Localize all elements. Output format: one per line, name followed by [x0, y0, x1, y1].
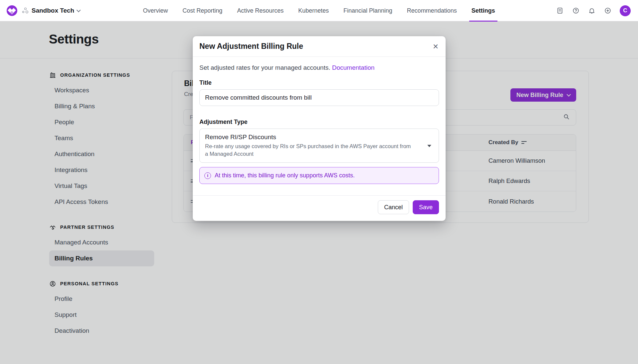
modal-title: New Adjustment Billing Rule: [199, 42, 303, 51]
new-adjustment-billing-rule-modal: New Adjustment Billing Rule × Set adjust…: [193, 36, 446, 221]
add-icon[interactable]: [604, 7, 612, 15]
cancel-button[interactable]: Cancel: [378, 200, 409, 214]
info-banner: i At this time, this billing rule only s…: [199, 167, 439, 184]
caret-down-icon: [427, 145, 431, 147]
main-content: Settings ORGANIZATION SETTINGS Workspace…: [0, 21, 638, 364]
nav-item-active-resources[interactable]: Active Resources: [237, 0, 283, 21]
info-banner-text: At this time, this billing rule only sup…: [215, 172, 355, 179]
nav-item-financial-planning[interactable]: Financial Planning: [344, 0, 392, 21]
selected-option-description: Re-rate any usage covered by RIs or SPs …: [205, 142, 413, 158]
top-navigation-bar: Sandbox Tech Overview Cost Reporting Act…: [0, 0, 638, 21]
help-icon[interactable]: [572, 7, 580, 15]
title-field-label: Title: [199, 79, 439, 86]
user-avatar[interactable]: C: [620, 5, 631, 16]
close-icon[interactable]: ×: [433, 42, 438, 51]
nav-item-recommendations[interactable]: Recommendations: [407, 0, 457, 21]
nav-item-kubernetes[interactable]: Kubernetes: [298, 0, 329, 21]
modal-description: Set adjusted rates for your managed acco…: [199, 64, 439, 71]
invoice-icon[interactable]: [556, 7, 564, 15]
nav-item-cost-reporting[interactable]: Cost Reporting: [182, 0, 222, 21]
title-input[interactable]: [199, 89, 439, 106]
modal-description-text: Set adjusted rates for your managed acco…: [199, 64, 330, 71]
bell-icon[interactable]: [588, 7, 596, 15]
info-icon: i: [204, 172, 211, 179]
documentation-link[interactable]: Documentation: [332, 64, 374, 71]
nav-item-overview[interactable]: Overview: [143, 0, 168, 21]
nav-item-settings[interactable]: Settings: [472, 0, 495, 21]
adjustment-type-select[interactable]: Remove RI/SP Discounts Re-rate any usage…: [199, 129, 439, 163]
adjustment-type-label: Adjustment Type: [199, 119, 439, 126]
primary-nav: Overview Cost Reporting Active Resources…: [0, 0, 638, 21]
selected-option-label: Remove RI/SP Discounts: [205, 134, 415, 141]
save-button[interactable]: Save: [413, 200, 439, 214]
